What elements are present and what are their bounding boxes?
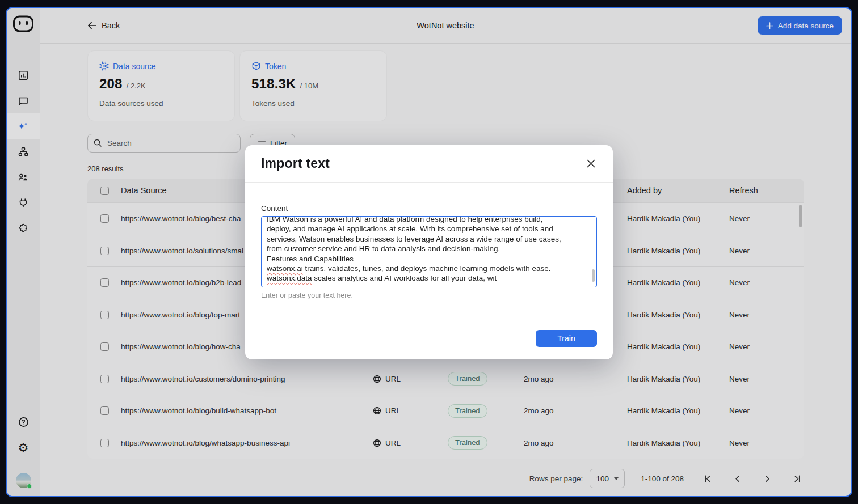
train-button[interactable]: Train <box>536 330 597 347</box>
content-textarea[interactable]: IBM Watson is a powerful AI and data pla… <box>261 216 597 287</box>
content-helper-text: Enter or paste your text here. <box>261 291 597 299</box>
textarea-scrollbar[interactable] <box>592 269 595 282</box>
modal-header: Import text <box>245 145 613 183</box>
content-text: IBM Watson is a powerful AI and data pla… <box>267 216 591 283</box>
close-button[interactable] <box>585 158 597 170</box>
modal-body: Content IBM Watson is a powerful AI and … <box>245 183 613 299</box>
modal-title: Import text <box>261 156 330 171</box>
import-text-modal: Import text Content IBM Watson is a powe… <box>245 145 613 359</box>
close-icon <box>586 159 596 168</box>
content-label: Content <box>261 204 597 213</box>
